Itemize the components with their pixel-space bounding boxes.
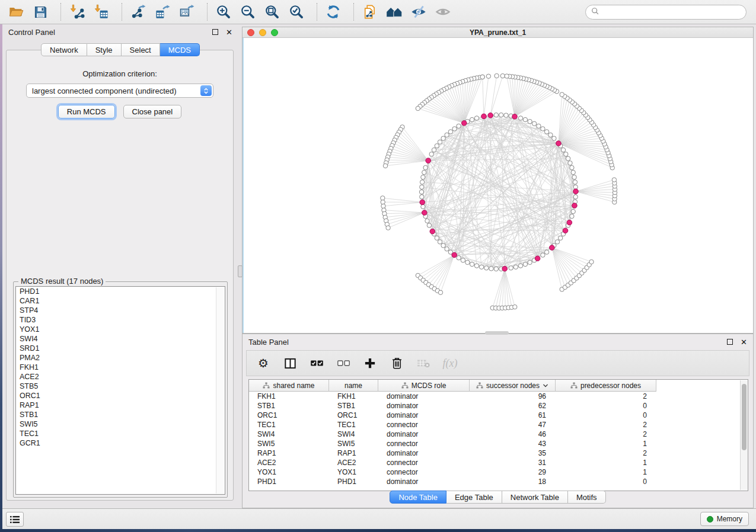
table-cell: 0 <box>556 411 656 420</box>
mcds-result-item[interactable]: RAP1 <box>16 400 225 410</box>
zoom-selected-icon[interactable] <box>286 2 307 21</box>
mcds-result-item[interactable]: YOX1 <box>16 325 225 334</box>
import-network-icon[interactable] <box>67 2 87 21</box>
control-panel: Control Panel ✕ NetworkStyleSelectMCDS O… <box>2 24 238 508</box>
search-input[interactable] <box>599 7 746 18</box>
mcds-result-item[interactable]: TEC1 <box>16 429 225 438</box>
table-cell: FKH1 <box>329 392 378 401</box>
table-cell: connector <box>378 420 470 430</box>
column-header-shared-name[interactable]: shared name <box>249 380 329 392</box>
column-layout-icon[interactable] <box>282 355 298 371</box>
table-cell: SWI5 <box>249 439 329 448</box>
mcds-result-item[interactable]: SRD1 <box>16 344 225 353</box>
table-row[interactable]: STB1STB1dominator620 <box>249 401 740 411</box>
mcds-result-item[interactable]: STB1 <box>16 410 225 419</box>
mcds-result-item[interactable]: PHD1 <box>16 287 225 296</box>
table-cell: connector <box>378 467 470 477</box>
tab-motifs[interactable]: Motifs <box>568 491 606 504</box>
node-table: shared namenameMCDS rolesuccessor nodesp… <box>248 379 748 491</box>
search-box[interactable] <box>585 5 747 20</box>
mcds-result-item[interactable]: PMA2 <box>16 353 225 363</box>
create-column-icon[interactable] <box>362 355 378 371</box>
mcds-result-item[interactable]: FKH1 <box>16 363 225 372</box>
table-cell: 31 <box>470 458 556 467</box>
table-cell: ORC1 <box>329 411 378 420</box>
network-canvas[interactable] <box>243 38 753 333</box>
run-mcds-button[interactable]: Run MCDS <box>58 105 115 118</box>
mcds-result-item[interactable]: GCR1 <box>16 438 225 448</box>
table-row[interactable]: SWI5SWI5connector431 <box>249 439 740 448</box>
mcds-result-item[interactable]: TID3 <box>16 315 225 325</box>
criterion-select[interactable]: largest connected component (undirected) <box>26 84 213 98</box>
birdseye-view-icon[interactable] <box>384 2 404 21</box>
select-all-rows-icon[interactable] <box>308 355 325 371</box>
table-cell: 62 <box>470 401 556 411</box>
tab-style[interactable]: Style <box>87 43 122 56</box>
hide-graphics-details-icon[interactable] <box>409 2 429 21</box>
mcds-result-item[interactable]: STB5 <box>16 382 225 391</box>
mcds-result-item[interactable]: ACE2 <box>16 372 225 382</box>
table-scrollbar[interactable] <box>740 380 748 490</box>
table-settings-icon[interactable]: ⚙ <box>255 355 272 371</box>
export-image-icon[interactable] <box>177 2 197 21</box>
table-cell: dominator <box>378 392 470 401</box>
tab-network[interactable]: Network <box>41 43 87 56</box>
close-panel-button[interactable]: Close panel <box>123 105 182 118</box>
network-window-titlebar[interactable]: YPA_prune.txt_1 <box>243 27 753 38</box>
zoom-out-icon[interactable] <box>238 2 258 21</box>
open-session-icon[interactable] <box>6 2 26 21</box>
tab-select[interactable]: Select <box>122 43 160 56</box>
desktop-wallpaper-strip <box>0 529 756 532</box>
float-window-icon[interactable] <box>212 29 218 35</box>
refresh-icon[interactable] <box>323 2 343 21</box>
table-cell: SWI4 <box>329 430 378 439</box>
column-header-name[interactable]: name <box>329 380 378 392</box>
table-row[interactable]: ORC1ORC1dominator610 <box>249 411 740 420</box>
table-row[interactable]: SWI4SWI4dominator462 <box>249 430 740 439</box>
table-row[interactable]: YOX1YOX1connector291 <box>249 467 740 477</box>
table-row[interactable]: PHD1PHD1dominator180 <box>249 477 740 486</box>
mcds-result-list[interactable]: PHD1CAR1STP4TID3YOX1SWI4SRD1PMA2FKH1ACE2… <box>15 286 225 495</box>
tab-edge-table[interactable]: Edge Table <box>446 491 502 504</box>
zoom-in-icon[interactable] <box>213 2 234 21</box>
import-table-icon[interactable] <box>91 2 111 21</box>
table-cell: 2 <box>556 420 656 430</box>
table-body: FKH1FKH1dominator962STB1STB1dominator620… <box>249 392 740 486</box>
table-scrollbar-thumb[interactable] <box>742 384 747 450</box>
mcds-result-item[interactable]: ORC1 <box>16 391 225 400</box>
tab-network-table[interactable]: Network Table <box>502 491 568 504</box>
export-network-icon[interactable] <box>128 2 148 21</box>
close-panel-icon[interactable]: ✕ <box>226 28 232 37</box>
table-row[interactable]: TEC1TEC1connector472 <box>249 420 740 430</box>
tab-mcds[interactable]: MCDS <box>160 43 200 56</box>
column-header-MCDS-role[interactable]: MCDS role <box>378 380 470 392</box>
mcds-result-item[interactable]: SWI4 <box>16 334 225 344</box>
export-table-icon[interactable] <box>152 2 173 21</box>
vertical-splitter-handle[interactable] <box>238 265 243 277</box>
unselect-all-rows-icon[interactable] <box>335 355 352 371</box>
result-list-scrollbar[interactable] <box>216 287 224 493</box>
delete-columns-icon[interactable] <box>388 355 405 371</box>
table-row[interactable]: FKH1FKH1dominator962 <box>249 392 740 401</box>
table-cell: PHD1 <box>329 477 378 486</box>
mcds-result-item[interactable]: CAR1 <box>16 296 225 306</box>
memory-button[interactable]: Memory <box>700 512 749 526</box>
horizontal-splitter-handle[interactable] <box>485 331 509 335</box>
zoom-fit-icon[interactable] <box>262 2 282 21</box>
mcds-result-item[interactable]: SWI5 <box>16 419 225 429</box>
save-session-icon[interactable] <box>30 2 50 21</box>
desktop-wallpaper-strip <box>0 24 2 529</box>
column-header-predecessor-nodes[interactable]: predecessor nodes <box>556 380 656 392</box>
table-cell: dominator <box>378 411 470 420</box>
table-cell: PHD1 <box>249 477 329 486</box>
column-header-successor-nodes[interactable]: successor nodes <box>470 380 556 392</box>
task-history-button[interactable] <box>6 512 24 527</box>
mcds-result-item[interactable]: STP4 <box>16 306 225 315</box>
close-panel-icon[interactable]: ✕ <box>741 338 747 347</box>
list-icon <box>9 515 20 524</box>
table-row[interactable]: ACE2ACE2connector311 <box>249 458 740 467</box>
table-row[interactable]: RAP1RAP1dominator352 <box>249 448 740 458</box>
clone-network-icon[interactable] <box>360 2 380 21</box>
tab-node-table[interactable]: Node Table <box>390 491 446 504</box>
float-window-icon[interactable] <box>727 339 733 345</box>
